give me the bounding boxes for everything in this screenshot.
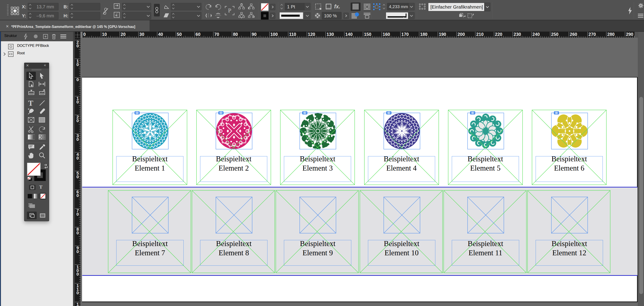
svg-text:50: 50 [177, 32, 182, 37]
svg-text:280: 280 [607, 32, 615, 37]
svg-text:140: 140 [345, 32, 353, 37]
svg-text:0: 0 [76, 156, 79, 160]
svg-text:0: 0 [76, 249, 79, 254]
svg-text:0: 0 [76, 272, 79, 276]
svg-text:0: 0 [83, 32, 86, 37]
svg-text:0: 0 [76, 193, 79, 198]
svg-text:0: 0 [76, 62, 79, 67]
svg-text:180: 180 [420, 32, 428, 37]
svg-text:0: 0 [76, 44, 79, 48]
svg-text:210: 210 [476, 32, 484, 37]
svg-text:P: P [228, 7, 231, 14]
svg-text:160: 160 [382, 32, 390, 37]
svg-text:260: 260 [570, 32, 577, 37]
svg-text:80: 80 [233, 32, 238, 37]
svg-text:20: 20 [121, 32, 126, 37]
svg-text:200: 200 [458, 32, 465, 37]
svg-text:290: 290 [626, 32, 634, 37]
svg-text:30: 30 [140, 32, 144, 37]
svg-text:90: 90 [252, 32, 257, 37]
svg-text:10: 10 [102, 32, 107, 37]
svg-text:+: + [28, 108, 30, 111]
svg-text:0: 0 [76, 137, 79, 142]
svg-text:110: 110 [289, 32, 296, 37]
svg-text:0: 0 [76, 77, 79, 82]
svg-text:190: 190 [439, 32, 446, 37]
svg-text:70: 70 [214, 32, 219, 37]
svg-text:120: 120 [308, 32, 315, 37]
svg-text:0: 0 [76, 290, 79, 295]
svg-text:0: 0 [76, 212, 79, 216]
svg-text:0: 0 [76, 230, 79, 235]
svg-text:230: 230 [514, 32, 521, 37]
svg-text:60: 60 [196, 32, 200, 37]
svg-text:220: 220 [495, 32, 502, 37]
svg-text:170: 170 [401, 32, 409, 37]
svg-text:130: 130 [326, 32, 334, 37]
svg-text:0: 0 [76, 118, 79, 123]
svg-text:150: 150 [364, 32, 371, 37]
svg-text:40: 40 [158, 32, 163, 37]
svg-text:0: 0 [76, 100, 79, 104]
svg-text:250: 250 [551, 32, 558, 37]
svg-text:240: 240 [532, 32, 540, 37]
svg-text:0: 0 [76, 174, 79, 179]
svg-text:270: 270 [588, 32, 596, 37]
svg-text:100: 100 [270, 32, 278, 37]
